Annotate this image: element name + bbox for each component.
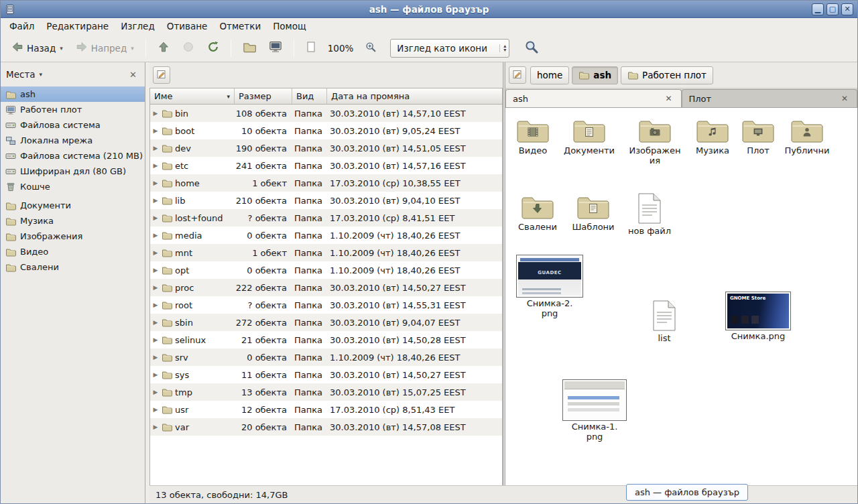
expander-icon[interactable]: ▶ xyxy=(152,354,159,361)
back-button[interactable]: Назад ▾ xyxy=(6,37,68,59)
stop-button[interactable] xyxy=(177,37,200,59)
expander-icon[interactable]: ▶ xyxy=(152,249,159,256)
menu-go[interactable]: Отиване xyxy=(161,19,214,34)
sidebar-close-icon[interactable]: ✕ xyxy=(127,69,139,80)
sidebar-item-downloads[interactable]: Свалени xyxy=(1,259,145,275)
tab-ash[interactable]: ash✕ xyxy=(505,89,682,107)
sidebar-item-trash[interactable]: Кошче xyxy=(1,179,145,194)
expander-icon[interactable]: ▶ xyxy=(152,284,159,291)
expander-icon[interactable]: ▶ xyxy=(152,424,159,430)
icon-view-canvas[interactable]: ВидеоДокументиИзображен ияМузикаПлотПубл… xyxy=(505,108,857,485)
icon-view-item-public[interactable]: Публични xyxy=(770,117,844,156)
expander-icon[interactable]: ▶ xyxy=(152,127,159,134)
breadcrumb-desktop[interactable]: Работен плот xyxy=(621,66,713,84)
sidebar-item-ash[interactable]: ash xyxy=(1,86,145,102)
table-row[interactable]: ▶tmp13 обектаПапка30.03.2010 (вт) 15,07,… xyxy=(150,383,502,401)
reload-button[interactable] xyxy=(202,37,225,59)
table-row[interactable]: ▶srv0 обектаПапка1.10.2009 (чт) 18,40,26… xyxy=(150,349,502,366)
icon-view-item-documents[interactable]: Документи xyxy=(552,117,626,156)
maximize-button[interactable]: ▢ xyxy=(826,3,839,15)
toolbar-separator xyxy=(294,40,294,57)
back-history-dropdown-icon[interactable]: ▾ xyxy=(60,45,63,52)
computer-button[interactable] xyxy=(263,36,288,60)
sidebar-item-volume-210mb[interactable]: Файлова система (210 MB) xyxy=(1,148,145,164)
expander-icon[interactable]: ▶ xyxy=(152,389,159,395)
tab-close-icon[interactable]: ✕ xyxy=(839,94,850,103)
chevron-down-icon[interactable]: ▾ xyxy=(40,71,43,78)
expander-icon[interactable]: ▶ xyxy=(152,319,159,326)
expander-icon[interactable]: ▶ xyxy=(152,406,159,413)
table-row[interactable]: ▶lost+found? обектаПапка17.03.2010 (ср) … xyxy=(150,209,502,227)
breadcrumb-ash[interactable]: ash xyxy=(572,66,618,84)
icon-view-item-list[interactable]: list xyxy=(627,300,701,344)
breadcrumb-home[interactable]: home xyxy=(530,66,569,84)
zoom-in-button[interactable] xyxy=(359,37,382,59)
sidebar-item-video[interactable]: Видео xyxy=(1,244,145,259)
table-row[interactable]: ▶etc241 обектаПапка30.03.2010 (вт) 14,57… xyxy=(150,157,502,174)
expander-icon[interactable]: ▶ xyxy=(152,145,159,151)
table-row[interactable]: ▶var20 обектаПапка30.03.2010 (вт) 14,57,… xyxy=(150,418,502,436)
home-button[interactable] xyxy=(237,36,261,60)
table-row[interactable]: ▶home1 обектПапка17.03.2010 (ср) 10,38,5… xyxy=(150,174,502,192)
sidebar-item-filesystem[interactable]: Файлова система xyxy=(1,117,145,133)
column-header-type[interactable]: Вид xyxy=(292,88,327,105)
menu-edit[interactable]: Редактиране xyxy=(40,19,115,34)
table-row[interactable]: ▶lib210 обектаПапка30.03.2010 (вт) 9,04,… xyxy=(150,192,502,209)
table-row[interactable]: ▶boot10 обектаПапка30.03.2010 (вт) 9,05,… xyxy=(150,122,502,139)
up-button[interactable] xyxy=(152,37,175,59)
search-button[interactable] xyxy=(519,36,544,60)
column-header-name[interactable]: Име▾ xyxy=(150,88,235,105)
titlebar[interactable]: ash — файлов браузър ▁ ▢ ✕ xyxy=(1,1,857,18)
sidebar-item-documents[interactable]: Документи xyxy=(1,198,145,213)
icon-view-item-snimka-2[interactable]: GUADECСнимка-2. png xyxy=(513,255,587,319)
table-row[interactable]: ▶sys11 обектаПапка30.03.2010 (вт) 14,50,… xyxy=(150,366,502,383)
column-header-date[interactable]: Дата на промяна xyxy=(327,88,502,105)
forward-history-dropdown-icon[interactable]: ▾ xyxy=(131,45,134,52)
table-row[interactable]: ▶usr12 обектаПапка17.03.2010 (ср) 8,51,4… xyxy=(150,401,502,418)
tab-close-icon[interactable]: ✕ xyxy=(663,94,674,103)
table-row[interactable]: ▶bin108 обектаПапка30.03.2010 (вт) 14,57… xyxy=(150,105,502,122)
column-header-size[interactable]: Размер xyxy=(235,88,292,105)
icon-view-item-new-file[interactable]: нов файл xyxy=(613,192,686,237)
sidebar-title[interactable]: Места xyxy=(6,69,36,80)
toggle-location-bar-button[interactable] xyxy=(153,66,170,84)
view-mode-select[interactable]: Изглед като икони ▴▾ xyxy=(390,39,509,58)
zoom-normal-button[interactable] xyxy=(300,37,322,59)
sidebar-item-desktop[interactable]: Работен плот xyxy=(1,102,145,117)
expander-icon[interactable]: ▶ xyxy=(152,197,159,204)
toggle-location-bar-button[interactable] xyxy=(509,66,526,84)
sidebar-item-pictures[interactable]: Изображения xyxy=(1,229,145,244)
file-name: tmp xyxy=(175,387,192,397)
sidebar-item-music[interactable]: Музика xyxy=(1,213,145,229)
expander-icon[interactable]: ▶ xyxy=(152,162,159,169)
sidebar-item-network[interactable]: Локална мрежа xyxy=(1,133,145,148)
table-row[interactable]: ▶opt0 обектаПапка1.10.2009 (чт) 18,40,26… xyxy=(150,261,502,279)
table-row[interactable]: ▶root? обектаПапка30.03.2010 (вт) 14,55,… xyxy=(150,296,502,314)
table-row[interactable]: ▶dev190 обектаПапка30.03.2010 (вт) 14,51… xyxy=(150,139,502,157)
minimize-button[interactable]: ▁ xyxy=(812,3,824,15)
table-row[interactable]: ▶selinux21 обектаПапка30.03.2010 (вт) 14… xyxy=(150,331,502,349)
table-row[interactable]: ▶media0 обектаПапка1.10.2009 (чт) 18,40,… xyxy=(150,227,502,244)
close-button[interactable]: ✕ xyxy=(841,3,853,15)
icon-view-item-snimka-1[interactable]: Снимка-1. png xyxy=(558,380,631,442)
menu-bookmarks[interactable]: Отметки xyxy=(213,19,267,34)
computer-icon xyxy=(269,40,282,56)
expander-icon[interactable]: ▶ xyxy=(152,267,159,273)
expander-icon[interactable]: ▶ xyxy=(152,336,159,343)
expander-icon[interactable]: ▶ xyxy=(152,371,159,378)
table-row[interactable]: ▶sbin272 обектаПапка30.03.2010 (вт) 9,04… xyxy=(150,314,502,331)
menu-help[interactable]: Помощ xyxy=(267,19,312,34)
expander-icon[interactable]: ▶ xyxy=(152,180,159,186)
icon-view-item-snimka[interactable]: GNOME StoreСнимка.png xyxy=(721,292,795,342)
table-row[interactable]: ▶mnt1 обектПапка1.10.2009 (чт) 18,40,26 … xyxy=(150,244,502,261)
expander-icon[interactable]: ▶ xyxy=(152,232,159,239)
expander-icon[interactable]: ▶ xyxy=(152,302,159,308)
expander-icon[interactable]: ▶ xyxy=(152,110,159,117)
forward-button[interactable]: Напред ▾ xyxy=(70,37,139,59)
menu-view[interactable]: Изглед xyxy=(115,19,161,34)
table-row[interactable]: ▶proc222 обектаПапка30.03.2010 (вт) 14,5… xyxy=(150,279,502,296)
tab-plot[interactable]: Плот✕ xyxy=(682,89,858,107)
expander-icon[interactable]: ▶ xyxy=(152,214,159,221)
sidebar-item-encrypted-80gb[interactable]: Шифриран дял (80 GB) xyxy=(1,164,145,179)
menu-file[interactable]: Файл xyxy=(3,19,40,34)
